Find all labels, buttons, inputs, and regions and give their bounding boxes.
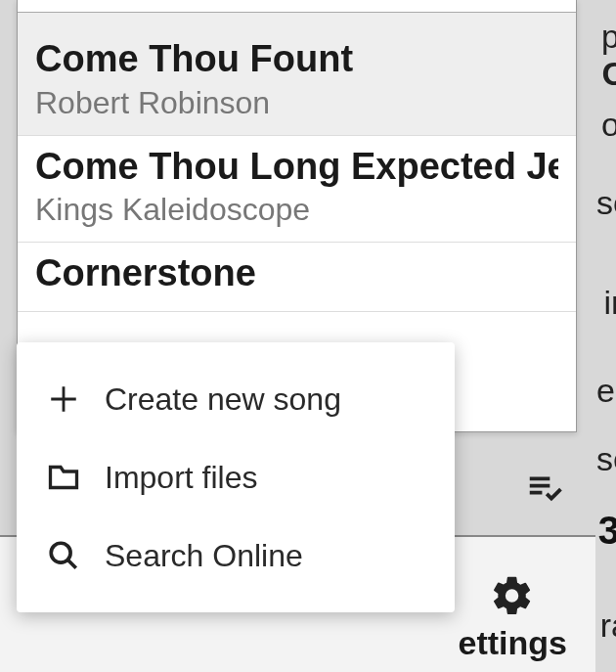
song-artist: Kings Kaleidoscope xyxy=(35,192,558,228)
song-title: Come Thou Long Expected Jesus xyxy=(35,144,558,191)
folder-icon xyxy=(44,458,83,497)
song-title: Come Thou Fount xyxy=(35,36,558,83)
menu-label: Search Online xyxy=(105,538,303,574)
page-indicator: 3 xyxy=(598,509,616,553)
menu-label: Import files xyxy=(105,460,257,496)
playlist-check-icon[interactable] xyxy=(522,468,565,505)
song-item[interactable]: Come Thou Fount Robert Robinson xyxy=(18,12,576,136)
menu-label: Create new song xyxy=(105,381,341,418)
song-item[interactable]: Come Thou Long Expected Jesus Kings Kale… xyxy=(18,136,576,244)
search-icon xyxy=(44,536,83,575)
nav-settings[interactable]: ettings xyxy=(459,573,567,662)
plus-icon xyxy=(44,380,83,419)
svg-point-0 xyxy=(51,543,70,562)
song-item[interactable]: Cornerstone xyxy=(18,243,576,312)
gear-icon xyxy=(490,573,535,618)
import-files-item[interactable]: Import files xyxy=(17,438,455,516)
nav-settings-label: ettings xyxy=(459,624,567,662)
song-title: Cornerstone xyxy=(35,250,558,297)
song-artist: Robert Robinson xyxy=(35,85,558,121)
search-online-item[interactable]: Search Online xyxy=(17,516,455,595)
create-new-song-item[interactable]: Create new song xyxy=(17,360,455,438)
add-song-menu: Create new song Import files Search Onli… xyxy=(17,342,455,612)
